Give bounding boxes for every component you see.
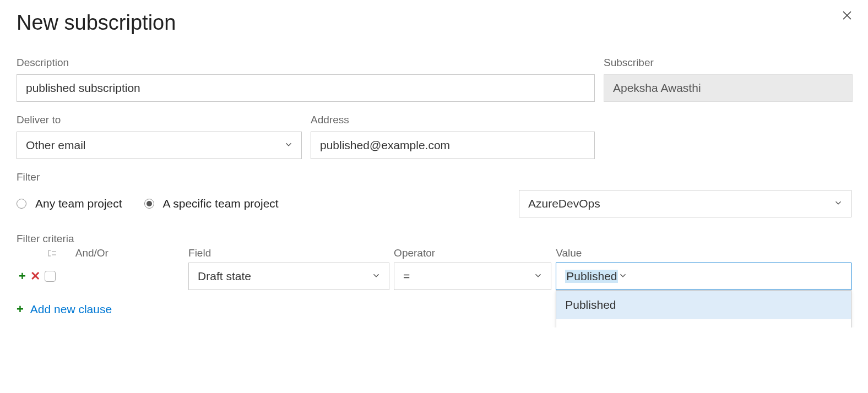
value-option-draft[interactable]: Draft bbox=[556, 319, 851, 328]
radio-specific-project[interactable] bbox=[144, 199, 154, 209]
value-select[interactable]: Published bbox=[556, 263, 851, 290]
subscriber-label: Subscriber bbox=[604, 57, 853, 69]
filter-label: Filter bbox=[17, 171, 40, 183]
deliver-to-select[interactable]: Other email bbox=[17, 132, 302, 159]
value-selected: Published bbox=[565, 270, 618, 283]
add-clause-icon[interactable]: + bbox=[19, 269, 26, 283]
header-field: Field bbox=[188, 247, 211, 259]
chevron-down-icon bbox=[371, 270, 381, 283]
field-select[interactable]: Draft state bbox=[188, 263, 389, 290]
operator-select[interactable]: = bbox=[394, 263, 551, 290]
address-input[interactable] bbox=[311, 132, 595, 159]
clause-checkbox[interactable] bbox=[45, 271, 56, 282]
plus-icon: + bbox=[17, 302, 24, 316]
deliver-to-value: Other email bbox=[26, 139, 86, 152]
add-new-clause-label: Add new clause bbox=[30, 303, 112, 316]
header-andor: And/Or bbox=[75, 247, 109, 259]
field-value: Draft state bbox=[198, 270, 251, 283]
deliver-to-label: Deliver to bbox=[17, 114, 302, 126]
chevron-down-icon bbox=[284, 139, 294, 152]
remove-clause-icon[interactable]: ✕ bbox=[30, 269, 40, 283]
filter-criteria-label: Filter criteria bbox=[17, 233, 74, 244]
header-value: Value bbox=[556, 247, 582, 259]
chevron-down-icon bbox=[618, 270, 628, 283]
dialog-title: New subscription bbox=[17, 11, 851, 35]
operator-value: = bbox=[403, 270, 410, 283]
address-label: Address bbox=[311, 114, 595, 126]
value-dropdown: Published Draft bbox=[556, 290, 851, 328]
subscriber-field: Apeksha Awasthi bbox=[604, 74, 853, 102]
close-button[interactable] bbox=[842, 10, 853, 24]
radio-any-label: Any team project bbox=[35, 197, 122, 210]
header-operator: Operator bbox=[394, 247, 435, 259]
description-input[interactable] bbox=[17, 74, 595, 102]
chevron-down-icon bbox=[533, 270, 543, 283]
value-option-published[interactable]: Published bbox=[556, 291, 851, 319]
project-value: AzureDevOps bbox=[528, 197, 600, 210]
chevron-down-icon bbox=[833, 197, 843, 210]
description-label: Description bbox=[17, 57, 595, 69]
subscriber-value: Apeksha Awasthi bbox=[613, 81, 701, 95]
radio-specific-label: A specific team project bbox=[163, 197, 279, 210]
radio-any-project[interactable] bbox=[17, 199, 26, 209]
project-select[interactable]: AzureDevOps bbox=[519, 190, 851, 217]
group-clause-icon bbox=[47, 249, 58, 258]
